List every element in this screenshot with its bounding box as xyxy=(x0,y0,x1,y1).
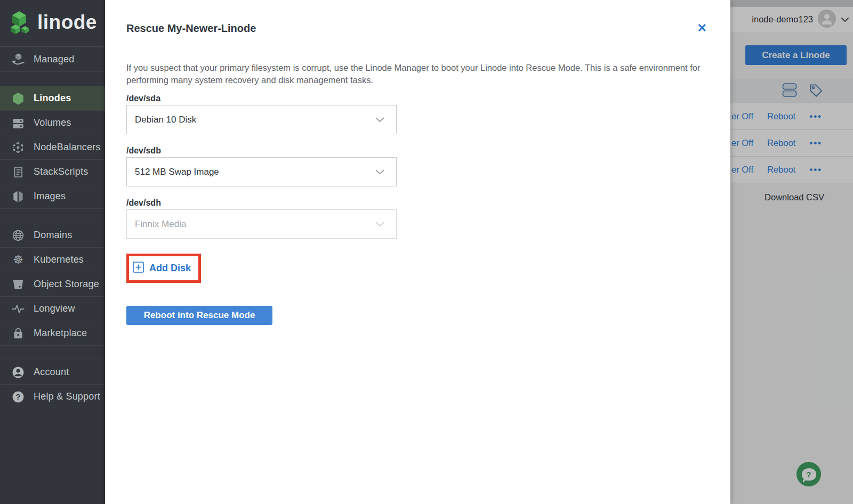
stackscripts-icon xyxy=(11,165,26,179)
nodebalancers-icon xyxy=(11,141,26,155)
sidebar-item-label: Managed xyxy=(34,54,74,65)
svg-text:?: ? xyxy=(15,392,20,401)
sidebar-item-label: Account xyxy=(34,367,69,378)
field-label-sda: /dev/sda xyxy=(126,93,709,103)
field-label-sdb: /dev/sdb xyxy=(126,145,709,156)
linode-logo[interactable]: linode xyxy=(0,0,105,47)
top-strip xyxy=(730,0,853,7)
sdh-select-value: Finnix Media xyxy=(135,219,186,230)
help-question-icon: ? xyxy=(11,390,26,404)
row-actions-menu-icon[interactable]: ••• xyxy=(809,138,822,149)
sidebar-item-linodes[interactable]: Linodes xyxy=(0,86,105,110)
field-label-sdh: /dev/sdh xyxy=(126,198,709,208)
sidebar-item-help-support[interactable]: ? Help & Support xyxy=(0,384,105,409)
object-storage-bucket-icon xyxy=(11,278,26,291)
csv-row: Download CSV xyxy=(730,192,853,202)
domains-globe-icon xyxy=(11,229,26,242)
linodes-hexagon-icon xyxy=(11,92,26,105)
annotation-highlight: Add Disk xyxy=(126,254,201,283)
kubernetes-icon: ☸ xyxy=(11,254,26,266)
volumes-icon xyxy=(11,116,26,130)
modal-dim-overlay xyxy=(730,0,853,504)
modal-description: If you suspect that your primary filesys… xyxy=(126,62,705,86)
sdb-select-value: 512 MB Swap Image xyxy=(135,167,219,177)
sdb-select[interactable]: 512 MB Swap Image xyxy=(126,157,397,186)
linode-wordmark: linode xyxy=(37,12,97,32)
sidebar-item-images[interactable]: Images xyxy=(0,184,105,208)
sidebar-item-label: Longview xyxy=(34,303,75,314)
summary-view-icon[interactable] xyxy=(782,83,797,100)
sidebar-item-kubernetes[interactable]: ☸ Kubernetes xyxy=(0,247,105,272)
sidebar-item-marketplace[interactable]: Marketplace xyxy=(0,321,105,345)
marketplace-bag-icon xyxy=(11,327,26,340)
reboot-link[interactable]: Reboot xyxy=(767,138,795,148)
sidebar-item-label: Help & Support xyxy=(34,391,100,402)
reboot-link[interactable]: Reboot xyxy=(767,165,795,175)
avatar[interactable] xyxy=(818,10,836,30)
close-icon[interactable]: ✕ xyxy=(697,22,707,34)
reboot-link[interactable]: Reboot xyxy=(767,111,795,121)
sidebar-item-volumes[interactable]: Volumes xyxy=(0,110,105,135)
sidebar-item-domains[interactable]: Domains xyxy=(0,223,105,247)
sidebar-item-label: Object Storage xyxy=(34,279,99,290)
sidebar-divider xyxy=(0,71,105,86)
user-menu-chevron-down-icon[interactable] xyxy=(841,15,849,25)
longview-pulse-icon xyxy=(11,302,26,316)
sidebar-item-label: Kubernetes xyxy=(34,254,84,265)
topbar: inode-demo123 xyxy=(730,7,853,32)
username-label[interactable]: inode-demo123 xyxy=(752,14,813,25)
account-person-icon xyxy=(11,365,26,379)
sidebar-item-stackscripts[interactable]: StackScripts xyxy=(0,159,105,184)
sda-select[interactable]: Debian 10 Disk xyxy=(126,105,397,134)
question-glyph: ? xyxy=(806,470,811,479)
row-actions-menu-icon[interactable]: ••• xyxy=(809,111,822,122)
sidebar: linode Managed Linodes xyxy=(0,0,105,504)
managed-icon xyxy=(11,52,26,67)
background-page: inode-demo123 Create a Linode xyxy=(730,0,853,504)
power-off-link[interactable]: er Off xyxy=(731,138,753,148)
sidebar-item-label: Domains xyxy=(34,230,72,241)
sidebar-item-nodebalancers[interactable]: NodeBalancers xyxy=(0,135,105,159)
sidebar-item-label: StackScripts xyxy=(34,166,88,177)
chevron-down-icon xyxy=(375,220,384,229)
sidebar-divider xyxy=(0,208,105,223)
question-bubble-icon: ? xyxy=(802,468,816,481)
add-disk-button[interactable]: Add Disk xyxy=(133,262,191,275)
chevron-down-icon xyxy=(375,167,384,177)
images-icon xyxy=(11,190,26,204)
sidebar-item-longview[interactable]: Longview xyxy=(0,296,105,321)
linode-logo-icon xyxy=(9,10,32,37)
sidebar-item-managed[interactable]: Managed xyxy=(0,47,105,71)
linodes-table-header xyxy=(730,79,853,103)
row-actions-menu-icon[interactable]: ••• xyxy=(809,165,822,175)
linode-table-row: er Off Reboot ••• xyxy=(730,103,853,130)
sidebar-item-object-storage[interactable]: Object Storage xyxy=(0,272,105,296)
sidebar-item-label: Volumes xyxy=(34,117,71,128)
power-off-link[interactable]: er Off xyxy=(731,165,753,175)
add-disk-label: Add Disk xyxy=(149,263,191,274)
sda-select-value: Debian 10 Disk xyxy=(135,115,196,125)
sidebar-item-account[interactable]: Account xyxy=(0,360,105,384)
linode-table-row: er Off Reboot ••• xyxy=(730,130,853,157)
rescue-modal: Rescue My-Newer-Linode ✕ If you suspect … xyxy=(105,0,730,504)
sidebar-item-label: Linodes xyxy=(34,93,71,104)
modal-title: Rescue My-Newer-Linode xyxy=(126,21,709,35)
group-by-tag-icon[interactable] xyxy=(809,83,823,100)
power-off-link[interactable]: er Off xyxy=(731,111,753,121)
sidebar-item-label: Images xyxy=(34,191,66,202)
sidebar-item-label: NodeBalancers xyxy=(34,142,101,153)
plus-square-icon xyxy=(133,262,144,275)
sdh-select-disabled: Finnix Media xyxy=(126,209,397,239)
download-csv-link[interactable]: Download CSV xyxy=(765,192,824,202)
chevron-down-icon xyxy=(375,115,384,125)
help-beacon-button[interactable]: ? xyxy=(796,462,821,486)
reboot-into-rescue-mode-button[interactable]: Reboot into Rescue Mode xyxy=(126,306,272,325)
linode-table-row: er Off Reboot ••• xyxy=(730,157,853,183)
sidebar-divider xyxy=(0,345,105,360)
create-linode-button[interactable]: Create a Linode xyxy=(745,45,847,65)
sidebar-item-label: Marketplace xyxy=(34,328,87,339)
